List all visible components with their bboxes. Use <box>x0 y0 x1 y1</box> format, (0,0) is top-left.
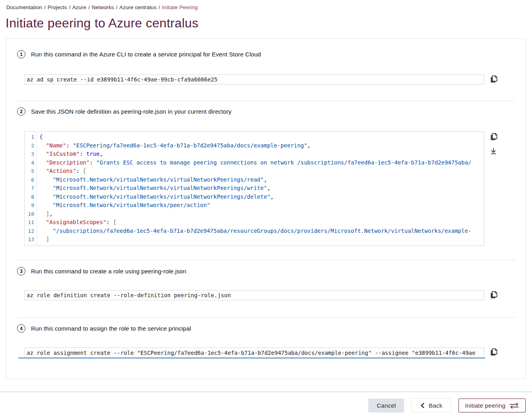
gutter-divider <box>37 159 37 167</box>
gutter-divider <box>37 150 37 159</box>
step-1-command-input[interactable] <box>24 74 484 85</box>
step-4-command-input[interactable] <box>24 347 484 358</box>
gutter-divider <box>37 218 37 227</box>
code-line: 14} <box>25 244 484 246</box>
gutter-divider <box>37 184 37 193</box>
code-text: "IsCustom": true, <box>39 150 103 159</box>
breadcrumb-link[interactable]: Networks <box>92 4 114 10</box>
code-line: 1{ <box>25 133 484 141</box>
code-text: "Description": "Grants ESC access to man… <box>39 159 471 167</box>
step-4-header: 4 Run this command to assign the role to… <box>17 324 191 333</box>
step-1-number-badge: 1 <box>17 50 25 58</box>
swap-arrows-icon <box>509 403 519 409</box>
breadcrumb-separator: / <box>88 4 90 10</box>
initiate-peering-button[interactable]: Initiate peering <box>458 399 526 412</box>
gutter-divider <box>37 244 37 246</box>
download-icon <box>489 146 498 156</box>
step-4-number-badge: 4 <box>17 324 25 333</box>
code-line: 11 "AssignableScopes": [ <box>25 218 484 227</box>
copy-icon <box>489 74 498 84</box>
code-text: ], <box>39 210 53 219</box>
gutter-divider <box>37 133 37 141</box>
section-separator <box>17 101 515 101</box>
step-2-header: 2 Save this JSON role definition as peer… <box>17 107 232 116</box>
code-line: 12 "/subscriptions/fa7eed6a-1ec5-4efa-b7… <box>25 227 484 236</box>
code-line: 10 ], <box>25 210 484 219</box>
line-number: 7 <box>25 184 37 193</box>
section-separator <box>17 317 515 318</box>
back-button[interactable]: Back <box>411 399 451 412</box>
line-number: 11 <box>25 218 37 227</box>
code-text: "Microsoft.Network/virtualNetworks/virtu… <box>39 184 271 193</box>
code-line: 6 "Microsoft.Network/virtualNetworks/vir… <box>25 176 484 184</box>
step-1-header: 1 Run this command in the Azure CLI to c… <box>17 50 261 58</box>
line-number: 6 <box>25 176 37 184</box>
code-line: 5 "Actions": [ <box>25 167 484 176</box>
section-separator <box>17 259 515 260</box>
step-4-copy-button[interactable] <box>488 347 499 357</box>
step-4-label: Run this command to assign the role to t… <box>31 325 191 332</box>
copy-icon <box>489 132 498 141</box>
line-number: 5 <box>25 167 37 176</box>
json-role-editor[interactable]: 1{2 "Name": "ESCPeering/fa7eed6a-1ec5-4e… <box>24 131 484 246</box>
footer-divider <box>0 391 532 392</box>
code-line: 2 "Name": "ESCPeering/fa7eed6a-1ec5-4efa… <box>25 141 484 150</box>
step-3-number-badge: 3 <box>17 267 25 275</box>
gutter-divider <box>37 235 37 244</box>
step-3-label: Run this command to create a role using … <box>31 268 186 275</box>
breadcrumb-link[interactable]: Documentation <box>6 4 42 10</box>
step-3-command-input[interactable] <box>24 290 484 300</box>
input-focus-underline <box>18 358 485 358</box>
footer-actions: Cancel Back Initiate peering <box>0 399 526 412</box>
step-2-number-badge: 2 <box>17 107 25 116</box>
line-number: 3 <box>25 150 37 159</box>
gutter-divider <box>37 167 37 176</box>
breadcrumb-link[interactable]: Azure centralus <box>120 4 157 10</box>
copy-icon <box>489 290 498 300</box>
copy-icon <box>489 347 498 357</box>
cancel-button-label: Cancel <box>377 402 396 409</box>
step-1-label: Run this command in the Azure CLI to cre… <box>31 51 261 58</box>
line-number: 2 <box>25 141 37 150</box>
line-number: 10 <box>25 210 37 219</box>
code-text: "Actions": [ <box>39 167 86 176</box>
breadcrumb-current: Initiate Peering <box>162 4 198 10</box>
gutter-divider <box>37 210 37 219</box>
line-number: 13 <box>25 235 37 244</box>
line-number: 14 <box>25 244 37 246</box>
gutter-divider <box>37 193 37 201</box>
code-text: { <box>39 133 43 141</box>
code-text: "/subscriptions/fa7eed6a-1ec5-4efa-b71a-… <box>39 227 471 236</box>
breadcrumb-link[interactable]: Azure <box>72 4 86 10</box>
gutter-divider <box>37 201 37 210</box>
gutter-divider <box>37 227 37 236</box>
editor-download-button[interactable] <box>488 146 499 156</box>
editor-copy-button[interactable] <box>488 132 499 142</box>
line-number: 8 <box>25 193 37 201</box>
code-text: ] <box>39 235 49 244</box>
back-button-label: Back <box>429 402 442 409</box>
code-line: 3 "IsCustom": true, <box>25 150 484 159</box>
step-3-header: 3 Run this command to create a role usin… <box>17 267 186 275</box>
code-line: 8 "Microsoft.Network/virtualNetworks/vir… <box>25 193 484 201</box>
breadcrumb-link[interactable]: Projects <box>48 4 67 10</box>
breadcrumb-separator: / <box>69 4 70 10</box>
peering-steps-card: 1 Run this command in the Azure CLI to c… <box>6 39 526 379</box>
line-number: 12 <box>25 227 37 236</box>
code-text: "Microsoft.Network/virtualNetworks/virtu… <box>39 176 267 184</box>
code-text: "Microsoft.Network/virtualNetworks/virtu… <box>39 193 274 201</box>
gutter-divider <box>37 176 37 184</box>
code-text: "Name": "ESCPeering/fa7eed6a-1ec5-4efa-b… <box>39 141 311 150</box>
code-line: 9 "Microsoft.Network/virtualNetworks/pee… <box>25 201 484 210</box>
step-2-label: Save this JSON role definition as peerin… <box>31 108 232 115</box>
code-text: "Microsoft.Network/virtualNetworks/peer/… <box>39 201 210 210</box>
code-text: "AssignableScopes": [ <box>39 218 116 227</box>
step-1-copy-button[interactable] <box>488 74 499 84</box>
line-number: 1 <box>25 133 37 141</box>
breadcrumb: Documentation/Projects/Azure/Networks/Az… <box>6 4 198 10</box>
code-line: 13 ] <box>25 235 484 244</box>
step-3-copy-button[interactable] <box>488 290 499 300</box>
code-line: 4 "Description": "Grants ESC access to m… <box>25 159 484 167</box>
cancel-button[interactable]: Cancel <box>368 399 404 412</box>
breadcrumb-separator: / <box>44 4 46 10</box>
